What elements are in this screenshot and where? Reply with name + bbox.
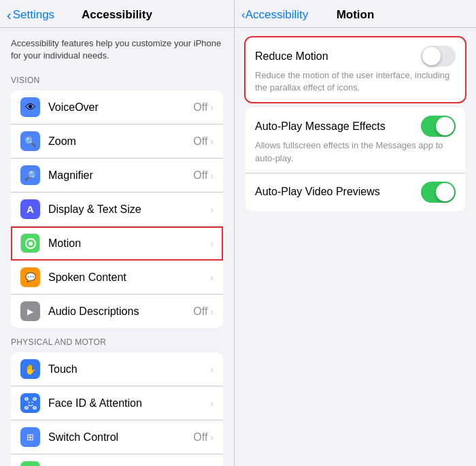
touch-icon: ✋: [20, 359, 40, 379]
left-nav-bar: ‹ Settings Accessibility: [0, 0, 234, 28]
back-label: Settings: [13, 8, 54, 22]
zoom-label: Zoom: [48, 135, 193, 148]
svg-point-7: [31, 401, 33, 403]
faceid-icon: [20, 393, 40, 413]
voice-icon: 🎙: [20, 461, 40, 466]
faceid-chevron-icon: ›: [210, 398, 214, 409]
voiceover-row[interactable]: 👁 VoiceOver Off ›: [11, 90, 223, 124]
description-text: Accessibility features help you customiz…: [11, 37, 223, 62]
magnifier-chevron-icon: ›: [210, 170, 214, 181]
reduce-motion-label: Reduce Motion: [255, 50, 328, 63]
left-nav-title: Accessibility: [82, 8, 152, 22]
magnifier-label: Magnifier: [48, 169, 193, 182]
motion-back-button[interactable]: ‹ Accessibility: [241, 8, 308, 22]
autoplay-video-knob: [436, 183, 454, 201]
switch-control-row[interactable]: ⊞ Switch Control Off ›: [11, 420, 223, 454]
vision-section-header: VISION: [0, 71, 234, 88]
voiceover-chevron-icon: ›: [210, 102, 214, 113]
svg-rect-2: [25, 398, 28, 400]
physical-settings-group: ✋ Touch › Face ID & Attention ›: [11, 352, 223, 466]
right-nav-bar: ‹ Accessibility Motion: [235, 0, 476, 28]
zoom-icon: 🔍: [20, 131, 40, 151]
spoken-chevron-icon: ›: [210, 272, 214, 283]
autoplay-message-description: Allows fullscreen effects in the Message…: [255, 139, 456, 164]
reduce-motion-main: Reduce Motion: [255, 46, 456, 67]
autoplay-video-row: Auto-Play Video Previews: [245, 173, 465, 211]
reduce-motion-group: Reduce Motion Reduce the motion of the u…: [245, 37, 465, 102]
zoom-chevron-icon: ›: [210, 136, 214, 147]
display-label: Display & Text Size: [48, 203, 207, 216]
display-icon: A: [20, 199, 40, 219]
autoplay-message-label: Auto-Play Message Effects: [255, 120, 386, 133]
spoken-icon: 💬: [20, 267, 40, 287]
switch-value: Off: [193, 431, 207, 444]
motion-icon: [20, 233, 40, 253]
voiceover-value: Off: [193, 101, 207, 114]
audio-icon: ▶: [20, 301, 40, 321]
switch-chevron-icon: ›: [210, 432, 214, 443]
autoplay-message-toggle[interactable]: [421, 116, 456, 137]
svg-rect-5: [33, 407, 36, 409]
right-nav-title: Motion: [337, 8, 375, 22]
right-panel: ‹ Accessibility Motion Reduce Motion Red…: [235, 0, 476, 466]
magnifier-icon: 🔎: [20, 165, 40, 185]
audio-value: Off: [193, 305, 207, 318]
autoplay-group: Auto-Play Message Effects Allows fullscr…: [245, 107, 465, 210]
motion-row[interactable]: Motion ›: [11, 227, 223, 261]
switch-label: Switch Control: [48, 431, 193, 444]
autoplay-message-main: Auto-Play Message Effects: [255, 116, 456, 137]
back-chevron-icon: ‹: [7, 7, 12, 23]
autoplay-video-main: Auto-Play Video Previews: [255, 182, 456, 203]
audio-label: Audio Descriptions: [48, 305, 193, 318]
autoplay-message-knob: [436, 117, 454, 135]
reduce-motion-row: Reduce Motion Reduce the motion of the u…: [245, 37, 465, 102]
autoplay-video-toggle[interactable]: [421, 182, 456, 203]
physical-section-header: PHYSICAL AND MOTOR: [0, 333, 234, 350]
zoom-value: Off: [193, 135, 207, 148]
faceid-row[interactable]: Face ID & Attention ›: [11, 386, 223, 420]
motion-chevron-icon: ›: [210, 238, 214, 249]
svg-point-6: [28, 401, 29, 403]
audio-desc-row[interactable]: ▶ Audio Descriptions Off ›: [11, 295, 223, 328]
voiceover-label: VoiceOver: [48, 101, 193, 114]
reduce-motion-toggle[interactable]: [421, 46, 456, 67]
left-panel: ‹ Settings Accessibility Accessibility f…: [0, 0, 235, 466]
reduce-motion-description: Reduce the motion of the user interface,…: [255, 69, 456, 94]
accessibility-description: Accessibility features help you customiz…: [0, 28, 234, 71]
display-chevron-icon: ›: [210, 204, 214, 215]
zoom-row[interactable]: 🔍 Zoom Off ›: [11, 124, 223, 159]
settings-back-button[interactable]: ‹ Settings: [7, 7, 54, 23]
right-back-label: Accessibility: [245, 8, 309, 22]
faceid-label: Face ID & Attention: [48, 397, 210, 410]
toggle-knob: [422, 47, 441, 65]
svg-point-1: [29, 242, 33, 246]
touch-chevron-icon: ›: [210, 364, 214, 375]
motion-label: Motion: [48, 237, 207, 250]
touch-row[interactable]: ✋ Touch ›: [11, 352, 223, 386]
magnifier-value: Off: [193, 169, 207, 182]
touch-label: Touch: [48, 363, 207, 376]
display-row[interactable]: A Display & Text Size ›: [11, 193, 223, 227]
magnifier-row[interactable]: 🔎 Magnifier Off ›: [11, 159, 223, 193]
vision-settings-group: 👁 VoiceOver Off › 🔍 Zoom Off › 🔎 Magnifi…: [11, 90, 223, 328]
svg-rect-3: [33, 398, 36, 400]
voice-control-row[interactable]: 🎙 Voice Control Off ›: [11, 454, 223, 466]
audio-chevron-icon: ›: [210, 306, 214, 317]
voiceover-icon: 👁: [20, 97, 40, 117]
switch-icon: ⊞: [20, 427, 40, 447]
svg-rect-4: [25, 407, 28, 409]
spoken-content-row[interactable]: 💬 Spoken Content ›: [11, 261, 223, 295]
spoken-label: Spoken Content: [48, 271, 207, 284]
autoplay-video-label: Auto-Play Video Previews: [255, 186, 380, 198]
autoplay-message-row: Auto-Play Message Effects Allows fullscr…: [245, 107, 465, 173]
